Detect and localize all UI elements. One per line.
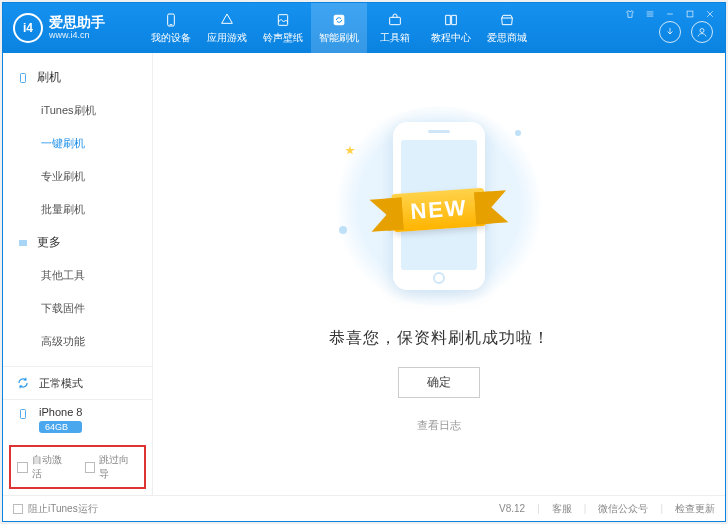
checkbox-label: 自动激活 bbox=[32, 453, 71, 481]
flash-options-highlight: 自动激活 跳过向导 bbox=[9, 445, 146, 489]
sidebar-item-other-tools[interactable]: 其他工具 bbox=[3, 259, 152, 292]
tab-tutorials[interactable]: 教程中心 bbox=[423, 3, 479, 53]
download-button[interactable] bbox=[659, 21, 681, 43]
brand-title: 爱思助手 bbox=[49, 15, 105, 30]
storage-badge: 64GB bbox=[39, 421, 82, 433]
phone-icon bbox=[162, 11, 180, 29]
tab-toolbox[interactable]: 工具箱 bbox=[367, 3, 423, 53]
checkbox-icon bbox=[13, 504, 23, 514]
tab-label: 铃声壁纸 bbox=[263, 31, 303, 45]
checkbox-skip-guide[interactable]: 跳过向导 bbox=[85, 453, 139, 481]
success-illustration: NEW bbox=[329, 106, 549, 306]
sidebar-item-batch-flash[interactable]: 批量刷机 bbox=[3, 193, 152, 226]
new-ribbon: NEW bbox=[391, 187, 487, 231]
mode-row[interactable]: 正常模式 bbox=[3, 367, 152, 399]
store-icon bbox=[498, 11, 516, 29]
apps-icon bbox=[218, 11, 236, 29]
close-icon[interactable] bbox=[703, 7, 717, 21]
checkbox-block-itunes[interactable]: 阻止iTunes运行 bbox=[13, 502, 98, 516]
brand-logo-icon: i4 bbox=[13, 13, 43, 43]
success-message: 恭喜您，保资料刷机成功啦！ bbox=[329, 328, 550, 349]
sidebar-group-flash: 刷机 bbox=[3, 61, 152, 94]
sidebar: 刷机 iTunes刷机 一键刷机 专业刷机 批量刷机 更多 其他工具 下载固件 … bbox=[3, 53, 153, 495]
svg-rect-17 bbox=[21, 410, 26, 419]
sidebar-item-advanced[interactable]: 高级功能 bbox=[3, 325, 152, 358]
checkbox-icon bbox=[17, 462, 28, 473]
tab-flash[interactable]: 智能刷机 bbox=[311, 3, 367, 53]
nav-tabs: 我的设备 应用游戏 铃声壁纸 智能刷机 工具箱 教程中心 bbox=[143, 3, 623, 53]
version-label: V8.12 bbox=[499, 503, 525, 514]
svg-rect-3 bbox=[334, 15, 345, 26]
mode-label: 正常模式 bbox=[39, 376, 83, 391]
tab-apps-games[interactable]: 应用游戏 bbox=[199, 3, 255, 53]
svg-rect-4 bbox=[390, 17, 401, 24]
ok-button[interactable]: 确定 bbox=[398, 367, 480, 398]
checkbox-icon bbox=[85, 462, 96, 473]
toolbox-icon bbox=[386, 11, 404, 29]
device-icon bbox=[17, 72, 29, 84]
svg-point-12 bbox=[700, 29, 704, 33]
main-panel: NEW 恭喜您，保资料刷机成功啦！ 确定 查看日志 bbox=[153, 53, 725, 495]
sidebar-group-title: 更多 bbox=[37, 234, 61, 251]
window-controls bbox=[623, 3, 725, 21]
skin-icon[interactable] bbox=[623, 7, 637, 21]
sidebar-group-title: 刷机 bbox=[37, 69, 61, 86]
tab-store[interactable]: 爱思商城 bbox=[479, 3, 535, 53]
tab-label: 教程中心 bbox=[431, 31, 471, 45]
tab-label: 智能刷机 bbox=[319, 31, 359, 45]
tab-label: 我的设备 bbox=[151, 31, 191, 45]
refresh-icon bbox=[15, 375, 31, 391]
more-icon bbox=[17, 237, 29, 249]
brand: i4 爱思助手 www.i4.cn bbox=[3, 3, 143, 53]
refresh-icon bbox=[330, 11, 348, 29]
checkbox-label: 阻止iTunes运行 bbox=[28, 502, 98, 516]
tab-label: 爱思商城 bbox=[487, 31, 527, 45]
tab-label: 应用游戏 bbox=[207, 31, 247, 45]
view-log-link[interactable]: 查看日志 bbox=[417, 418, 461, 433]
checkbox-label: 跳过向导 bbox=[99, 453, 138, 481]
device-row[interactable]: iPhone 8 64GB bbox=[3, 399, 152, 441]
device-name: iPhone 8 bbox=[39, 406, 82, 418]
sidebar-item-oneclick-flash[interactable]: 一键刷机 bbox=[3, 127, 152, 160]
tab-label: 工具箱 bbox=[380, 31, 410, 45]
phone-icon bbox=[15, 406, 31, 422]
menu-icon[interactable] bbox=[643, 7, 657, 21]
sidebar-group-more: 更多 bbox=[3, 226, 152, 259]
wallpaper-icon bbox=[274, 11, 292, 29]
status-bar: 阻止iTunes运行 V8.12 | 客服 | 微信公众号 | 检查更新 bbox=[3, 495, 725, 521]
footer-link-support[interactable]: 客服 bbox=[552, 502, 572, 516]
svg-rect-13 bbox=[21, 73, 26, 82]
user-button[interactable] bbox=[691, 21, 713, 43]
sidebar-item-download-firmware[interactable]: 下载固件 bbox=[3, 292, 152, 325]
book-icon bbox=[442, 11, 460, 29]
footer-link-update[interactable]: 检查更新 bbox=[675, 502, 715, 516]
sidebar-item-itunes-flash[interactable]: iTunes刷机 bbox=[3, 94, 152, 127]
maximize-icon[interactable] bbox=[683, 7, 697, 21]
tab-ringtones[interactable]: 铃声壁纸 bbox=[255, 3, 311, 53]
footer-link-wechat[interactable]: 微信公众号 bbox=[598, 502, 648, 516]
app-header: i4 爱思助手 www.i4.cn 我的设备 应用游戏 铃声壁纸 智能刷机 bbox=[3, 3, 725, 53]
sidebar-item-pro-flash[interactable]: 专业刷机 bbox=[3, 160, 152, 193]
minimize-icon[interactable] bbox=[663, 7, 677, 21]
brand-subtitle: www.i4.cn bbox=[49, 31, 105, 41]
tab-my-device[interactable]: 我的设备 bbox=[143, 3, 199, 53]
svg-rect-9 bbox=[687, 11, 693, 17]
checkbox-auto-activate[interactable]: 自动激活 bbox=[17, 453, 71, 481]
